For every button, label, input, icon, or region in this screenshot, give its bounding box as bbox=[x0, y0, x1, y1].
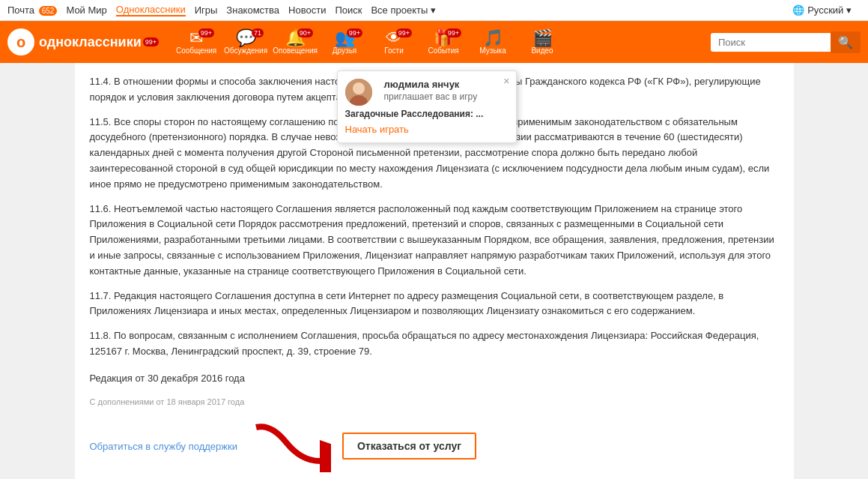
lang-selector[interactable]: Русский ▾ bbox=[807, 4, 852, 16]
top-navigation: Почта 652 Мой Мир Одноклассники Игры Зна… bbox=[0, 0, 868, 21]
logo-badge: 99+ bbox=[143, 37, 159, 46]
popup-game-title: Загадочные Расследования: ... bbox=[345, 109, 509, 119]
edit-date: Редакция от 30 декабря 2016 года bbox=[90, 371, 779, 387]
nav-friends[interactable]: 99+ 👥 Друзья bbox=[322, 30, 367, 55]
nav-znakomstva[interactable]: Знакомства bbox=[226, 4, 279, 16]
nav-discussions[interactable]: 71 💬 Обсуждения bbox=[223, 30, 268, 55]
content-area: × людмила янчук приглашает вас в игру За… bbox=[75, 63, 794, 479]
svg-point-1 bbox=[353, 82, 365, 94]
top-nav-right: 🌐 Русский ▾ bbox=[792, 4, 861, 16]
nav-music[interactable]: 🎵 Музыка bbox=[470, 30, 515, 55]
nav-poisk[interactable]: Поиск bbox=[335, 4, 362, 16]
edit-note: С дополнениями от 18 января 2017 года bbox=[90, 396, 779, 409]
messages-badge: 99+ bbox=[198, 28, 214, 37]
popup-close-button[interactable]: × bbox=[503, 75, 509, 87]
pochta-badge: 652 bbox=[39, 6, 58, 16]
logo-icon: o bbox=[7, 28, 34, 55]
support-link[interactable]: Обратиться в службу поддержки bbox=[90, 441, 237, 452]
search-input[interactable] bbox=[711, 33, 831, 52]
friends-badge: 99+ bbox=[347, 28, 362, 37]
popup-avatar bbox=[345, 79, 372, 106]
popup-action-text: приглашает вас в игру bbox=[384, 91, 478, 102]
alerts-label: Оповещения bbox=[273, 46, 318, 55]
nav-events[interactable]: 99+ 🎁 События bbox=[421, 30, 466, 55]
friends-label: Друзья bbox=[333, 46, 356, 55]
popup-play-button[interactable]: Начать играть bbox=[345, 124, 509, 135]
music-icon: 🎵 bbox=[483, 30, 503, 46]
notification-popup: × людмила янчук приглашает вас в игру За… bbox=[337, 70, 517, 143]
search-box: 🔍 bbox=[711, 31, 861, 53]
paragraph-11-6: 11.6. Неотъемлемой частью настоящего Сог… bbox=[90, 202, 779, 280]
alerts-badge: 90+ bbox=[297, 28, 313, 37]
bottom-actions-area: Обратиться в службу поддержки Отказаться… bbox=[90, 420, 779, 472]
guests-badge: 99+ bbox=[396, 28, 412, 37]
logo-area[interactable]: o одноклассники 99+ bbox=[7, 28, 159, 55]
nav-alerts[interactable]: 90+ 🔔 Оповещения bbox=[273, 30, 318, 55]
paragraph-11-8: 11.8. По вопросам, связанным с исполнени… bbox=[90, 328, 779, 360]
nav-igry[interactable]: Игры bbox=[195, 4, 218, 16]
header-bar: o одноклассники 99+ 99+ ✉ Сообщения 71 💬… bbox=[0, 21, 868, 63]
guests-label: Гости bbox=[384, 46, 403, 55]
cancel-services-button[interactable]: Отказаться от услуг bbox=[342, 433, 476, 460]
discussions-badge: 71 bbox=[252, 28, 264, 37]
globe-icon: 🌐 bbox=[792, 4, 804, 16]
nav-messages[interactable]: 99+ ✉ Сообщения bbox=[174, 30, 219, 55]
search-button[interactable]: 🔍 bbox=[831, 31, 861, 53]
header-nav-icons: 99+ ✉ Сообщения 71 💬 Обсуждения 90+ 🔔 Оп… bbox=[174, 30, 565, 55]
logo-text: одноклассники bbox=[39, 34, 142, 50]
nav-moimir[interactable]: Мой Мир bbox=[66, 4, 106, 16]
events-label: События bbox=[428, 46, 458, 55]
nav-guests[interactable]: 99+ 👁 Гости bbox=[371, 30, 416, 55]
events-badge: 99+ bbox=[446, 28, 461, 37]
messages-label: Сообщения bbox=[176, 46, 216, 55]
video-icon: 🎬 bbox=[532, 30, 553, 46]
nav-novosti[interactable]: Новости bbox=[288, 4, 326, 16]
music-label: Музыка bbox=[479, 46, 506, 55]
paragraph-11-7: 11.7. Редакция настоящего Соглашения дос… bbox=[90, 289, 779, 320]
nav-allprojects[interactable]: Все проекты ▾ bbox=[371, 4, 436, 16]
nav-video[interactable]: 🎬 Видео bbox=[520, 30, 565, 55]
nav-odnoklassniki[interactable]: Одноклассники bbox=[116, 4, 186, 16]
video-label: Видео bbox=[531, 46, 553, 55]
nav-pochta[interactable]: Почта 652 bbox=[7, 4, 57, 16]
discussions-label: Обсуждения bbox=[224, 46, 267, 55]
main-wrapper: × людмила янчук приглашает вас в игру За… bbox=[0, 63, 868, 479]
popup-user-name: людмила янчук bbox=[384, 79, 478, 90]
red-arrow bbox=[249, 420, 331, 472]
